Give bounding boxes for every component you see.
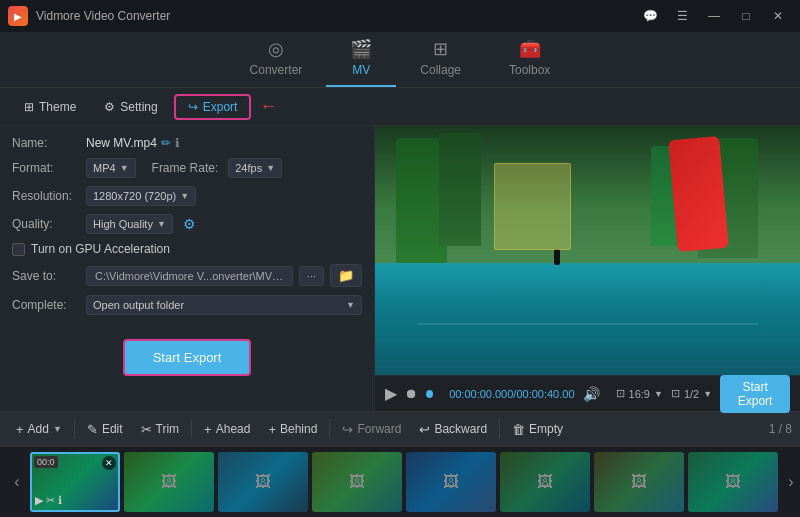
minimize-button[interactable]: — [700,5,728,27]
bottom-toolbar: + Add ▼ ✎ Edit ✂ Trim + Ahead + Behind ↪… [0,411,800,447]
titlebar-left: ▶ Vidmore Video Converter [8,6,170,26]
play-button[interactable]: ▶ [385,384,397,403]
timeline-item-4[interactable]: 🖼 [312,452,402,512]
timeline-item-5[interactable]: 🖼 [406,452,496,512]
start-export-button[interactable]: Start Export [123,339,252,376]
gpu-row: Turn on GPU Acceleration [12,242,362,256]
separator-1 [74,419,75,439]
start-export-small-button[interactable]: Start Export [720,375,790,413]
format-select[interactable]: MP4 ▼ [86,158,136,178]
trim-button[interactable]: ✂ Trim [133,418,188,441]
stop-button[interactable]: ⏺ [405,386,418,401]
setting-button[interactable]: ⚙ Setting [92,95,169,119]
info-icon[interactable]: ℹ [175,136,180,150]
timeline-placeholder-icon-8: 🖼 [725,473,741,491]
tab-toolbox[interactable]: 🧰 Toolbox [485,32,574,87]
app-icon: ▶ [8,6,28,26]
forward-icon: ↪ [342,422,353,437]
timeline-scissors-1[interactable]: ✂ [46,494,55,507]
start-export-container: → Start Export [12,323,362,376]
backward-button[interactable]: ↩ Backward [411,418,495,441]
timeline-item-3[interactable]: 🖼 [218,452,308,512]
page-dropdown-arrow: ▼ [703,389,712,399]
resolution-select[interactable]: 1280x720 (720p) ▼ [86,186,196,206]
timeline-item-2[interactable]: 🖼 [124,452,214,512]
resolution-label: Resolution: [12,189,80,203]
add-button[interactable]: + Add ▼ [8,418,70,441]
timeline-item-6[interactable]: 🖼 [500,452,590,512]
ratio-selector[interactable]: ⊡ 16:9 ▼ [616,387,663,400]
name-value-row: New MV.mp4 ✏ ℹ [86,136,180,150]
format-row: Format: MP4 ▼ Frame Rate: 24fps ▼ [12,158,362,178]
sub-toolbar: ⊞ Theme ⚙ Setting ↪ Export ← [0,88,800,126]
menu-button[interactable]: ☰ [668,5,696,27]
saveto-path: C:\Vidmore\Vidmore V...onverter\MV Expor… [86,266,293,286]
timeline-next[interactable]: › [782,452,800,512]
volume-icon[interactable]: 🔊 [583,386,600,402]
tab-collage-label: Collage [420,63,461,77]
theme-button[interactable]: ⊞ Theme [12,95,88,119]
preview-scene [375,126,800,375]
tab-converter[interactable]: ◎ Converter [226,32,327,87]
add-dropdown-arrow: ▼ [53,424,62,434]
ahead-icon: + [204,422,212,437]
timeline-prev[interactable]: ‹ [8,452,26,512]
maximize-button[interactable]: □ [732,5,760,27]
browse-button[interactable]: ··· [299,266,324,286]
page-icon: ⊡ [671,387,680,400]
resolution-row: Resolution: 1280x720 (720p) ▼ [12,186,362,206]
separator-2 [191,419,192,439]
timeline-placeholder-icon-4: 🖼 [349,473,365,491]
name-label: Name: [12,136,80,150]
empty-button[interactable]: 🗑 Empty [504,418,571,441]
timeline-info-1[interactable]: ℹ [58,494,62,507]
timeline-play-1[interactable]: ▶ [35,494,43,507]
timeline-item-7[interactable]: 🖼 [594,452,684,512]
quality-gear-icon[interactable]: ⚙ [183,216,196,232]
edit-icon[interactable]: ✏ [161,136,171,150]
export-button[interactable]: ↪ Export [174,94,252,120]
quality-value: High Quality [93,218,153,230]
chat-button[interactable]: 💬 [636,5,664,27]
gpu-label: Turn on GPU Acceleration [31,242,170,256]
trash-icon: 🗑 [512,422,525,437]
preview-panel: ▶ ⏺ 00:00:00.000/00:00:40.00 🔊 ⊡ 16:9 ▼ … [375,126,800,411]
saveto-row: Save to: C:\Vidmore\Vidmore V...onverter… [12,264,362,287]
timeline-badge-1: 00:0 [34,456,58,468]
add-label: Add [28,422,49,436]
quality-row: Quality: High Quality ▼ ⚙ [12,214,362,234]
timeline-item-8[interactable]: 🖼 [688,452,778,512]
forward-button[interactable]: ↪ Forward [334,418,409,441]
ahead-button[interactable]: + Ahead [196,418,258,441]
timeline-placeholder-icon-7: 🖼 [631,473,647,491]
progress-indicator [426,390,433,398]
ratio-dropdown-arrow: ▼ [654,389,663,399]
folder-open-icon[interactable]: 📁 [330,264,362,287]
theme-label: Theme [39,100,76,114]
resolution-dropdown-arrow: ▼ [180,191,189,201]
theme-icon: ⊞ [24,100,34,114]
timeline-placeholder-icon-5: 🖼 [443,473,459,491]
timeline-close-1[interactable]: ✕ [102,456,116,470]
behind-button[interactable]: + Behind [260,418,325,441]
export-settings-panel: Name: New MV.mp4 ✏ ℹ Format: MP4 ▼ Frame… [0,126,375,411]
close-button[interactable]: ✕ [764,5,792,27]
framerate-dropdown-arrow: ▼ [266,163,275,173]
quality-label: Quality: [12,217,80,231]
tab-mv[interactable]: 🎬 MV [326,32,396,87]
gpu-checkbox[interactable] [12,243,25,256]
tab-mv-label: MV [352,63,370,77]
preview-area [375,126,800,375]
separator-3 [329,419,330,439]
tab-collage[interactable]: ⊞ Collage [396,32,485,87]
quality-select[interactable]: High Quality ▼ [86,214,173,234]
timeline-item-1[interactable]: ✕ 00:0 ▶ ✂ ℹ [30,452,120,512]
backward-label: Backward [434,422,487,436]
tab-toolbox-label: Toolbox [509,63,550,77]
toolbox-icon: 🧰 [519,38,541,60]
backward-icon: ↩ [419,422,430,437]
edit-button[interactable]: ✎ Edit [79,418,131,441]
framerate-select[interactable]: 24fps ▼ [228,158,282,178]
page-selector[interactable]: ⊡ 1/2 ▼ [671,387,712,400]
complete-select[interactable]: Open output folder ▼ [86,295,362,315]
